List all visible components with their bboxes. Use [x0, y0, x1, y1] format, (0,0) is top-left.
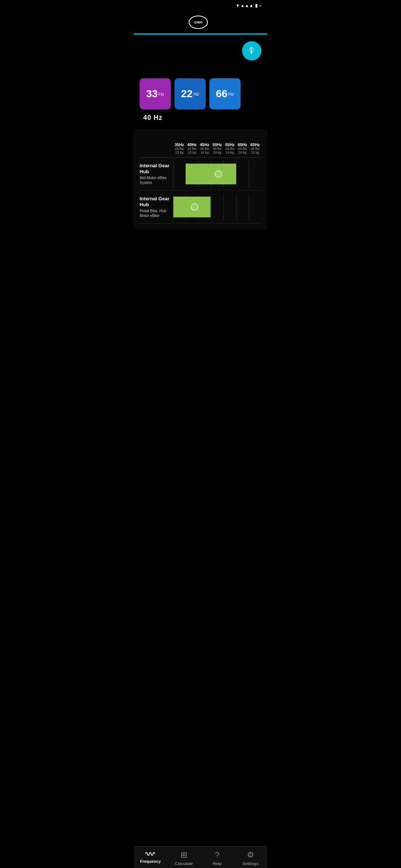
green-bar-1	[173, 197, 211, 217]
green-dot-1	[191, 203, 198, 211]
bar-seg-0-0	[173, 161, 186, 187]
tension-col-1: 40Hz 32 lbs 15 kg	[186, 142, 198, 154]
tension-col-0: 35Hz 28 lbs 13 kg	[173, 142, 185, 154]
gear-name-0: Internal Gear Hub	[140, 163, 172, 174]
tension-lbs-0: 28 lbs	[175, 147, 184, 151]
tension-lbs-1: 32 lbs	[188, 147, 196, 151]
logo-oval-text: Gates	[194, 20, 203, 24]
freq-value-0: 33	[146, 88, 157, 100]
freq-box-1: 22 Hz	[175, 78, 206, 109]
frequencies-section: 33 Hz 22 Hz 66 Hz 40 Hz	[134, 72, 267, 126]
gear-row-0: Internal Gear Hub Mid-Motor eBike System	[140, 158, 261, 191]
battery-icon: ▮	[255, 3, 258, 8]
tension-col-5: 60Hz 45 lbs 20 kg	[237, 142, 248, 154]
freq-value-1: 22	[181, 88, 192, 100]
signal-icon: ▲▲▲	[240, 3, 254, 8]
tension-col-4: 55Hz 43 lbs 19 kg	[224, 142, 236, 154]
tension-col-6: 65Hz 48 lbs 22 kg	[249, 142, 261, 154]
audio-area: 🎙	[134, 34, 267, 72]
tension-cols: 35Hz 28 lbs 13 kg 40Hz 32 lbs 15 kg 45Hz…	[173, 142, 261, 154]
gear-sub-0: Mid-Motor eBike System	[140, 175, 172, 185]
tension-hz-3: 50Hz	[212, 142, 222, 147]
gear-name-1: Internal Gear Hub	[140, 196, 172, 207]
bar-seg-0-5	[236, 161, 249, 187]
bar-seg-1-4	[224, 194, 236, 220]
dot-icon: ●	[259, 4, 261, 8]
tension-hz-6: 65Hz	[250, 142, 260, 147]
gear-sub-1: Pedal Bike, Hub Motor eBike	[140, 208, 172, 218]
logo-area: Gates	[134, 10, 267, 34]
gear-info-1: Internal Gear Hub Pedal Bike, Hub Motor …	[140, 196, 173, 218]
tension-kg-1: 15 kg	[188, 151, 196, 154]
tension-section: 35Hz 28 lbs 13 kg 40Hz 32 lbs 15 kg 45Hz…	[134, 129, 267, 230]
tension-lbs-4: 43 lbs	[225, 147, 234, 151]
mic-icon: 🎙	[248, 46, 256, 56]
logo-container: Gates	[189, 16, 212, 29]
tension-lbs-3: 40 lbs	[213, 147, 222, 151]
bar-area-0	[173, 161, 261, 187]
gear-row-1: Internal Gear Hub Pedal Bike, Hub Motor …	[140, 191, 261, 224]
freq-unit-2: Hz	[228, 91, 234, 97]
freq-value-2: 66	[216, 88, 227, 100]
green-bar-0	[186, 164, 236, 184]
tension-kg-4: 19 kg	[226, 151, 234, 154]
tension-kg-2: 16 kg	[200, 151, 209, 154]
freq-boxes: 33 Hz 22 Hz 66 Hz	[140, 78, 261, 109]
green-dot-0	[215, 170, 222, 178]
tension-header: 35Hz 28 lbs 13 kg 40Hz 32 lbs 15 kg 45Hz…	[140, 139, 261, 158]
bar-area-1	[173, 194, 261, 220]
bar-seg-0-6	[249, 161, 261, 187]
tension-lbs-2: 35 lbs	[200, 147, 209, 151]
freq-unit-0: Hz	[159, 91, 164, 97]
tension-hz-0: 35Hz	[175, 142, 184, 147]
tension-col-3: 50Hz 40 lbs 18 kg	[211, 142, 223, 154]
tension-lbs-5: 45 lbs	[238, 147, 247, 151]
status-bar: ▾ ▲▲▲ ▮ ●	[134, 0, 267, 10]
tension-kg-0: 13 kg	[175, 151, 183, 154]
bar-seg-1-5	[236, 194, 249, 220]
tension-kg-3: 18 kg	[213, 151, 221, 154]
freq-box-2: 66 Hz	[209, 78, 241, 109]
tension-lbs-6: 48 lbs	[251, 147, 260, 151]
gear-rows: Internal Gear Hub Mid-Motor eBike System…	[140, 158, 261, 224]
bar-seg-1-3	[211, 194, 224, 220]
freq-box-0: 33 Hz	[140, 78, 171, 109]
freq-average-value: 40 Hz	[143, 114, 163, 121]
tension-kg-6: 22 kg	[251, 151, 259, 154]
tension-hz-5: 60Hz	[238, 142, 247, 147]
mic-button[interactable]: 🎙	[242, 41, 261, 60]
tension-hz-1: 40Hz	[187, 142, 197, 147]
wifi-icon: ▾	[237, 3, 239, 8]
tension-kg-5: 20 kg	[238, 151, 247, 154]
logo-oval: Gates	[189, 16, 208, 29]
status-icons: ▾ ▲▲▲ ▮ ●	[237, 3, 261, 8]
tension-col-2: 45Hz 35 lbs 16 kg	[199, 142, 211, 154]
tension-hz-4: 55Hz	[225, 142, 235, 147]
gear-info-0: Internal Gear Hub Mid-Motor eBike System	[140, 163, 173, 185]
tension-hz-2: 45Hz	[200, 142, 209, 147]
bar-seg-1-6	[249, 194, 261, 220]
freq-unit-1: Hz	[193, 91, 199, 97]
freq-average: 40 Hz	[140, 114, 261, 122]
